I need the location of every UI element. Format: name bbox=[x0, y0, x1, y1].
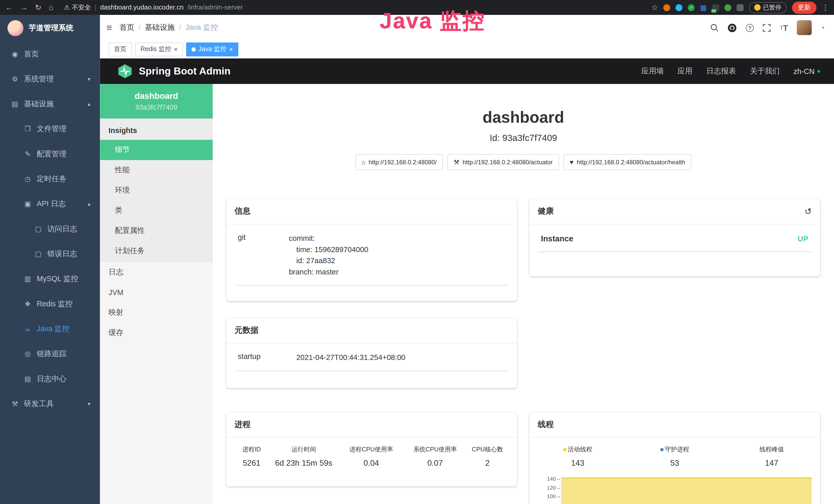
tab-redis-monitor[interactable]: Redis 监控 × bbox=[135, 42, 183, 56]
process-col-cpu-cores: CPU核心数 2 bbox=[466, 445, 509, 467]
forward-icon[interactable]: → bbox=[20, 3, 28, 12]
info-card: 信息 git commit: time: 1596289704000 id: 2… bbox=[226, 199, 517, 301]
sba-item-details[interactable]: 细节 bbox=[100, 140, 213, 160]
sidebar-item-config[interactable]: ✎ 配置管理 bbox=[0, 141, 100, 166]
extension-icon-5[interactable] bbox=[724, 4, 731, 11]
sidebar-item-java-monitor[interactable]: ☕ Java 监控 bbox=[0, 316, 100, 341]
link-label: http://192.168.0.2:48080/actuator/health bbox=[577, 159, 685, 165]
breadcrumb-infra[interactable]: 基础设施 bbox=[145, 23, 175, 32]
bookmark-star-icon[interactable]: ☆ bbox=[651, 3, 658, 12]
close-icon[interactable]: × bbox=[174, 46, 178, 52]
extension-icon-1[interactable] bbox=[663, 4, 671, 11]
sidebar-item-scheduled-jobs[interactable]: ◷ 定时任务 bbox=[0, 166, 100, 191]
sidebar-item-redis-monitor[interactable]: ❖ Redis 监控 bbox=[0, 292, 100, 316]
doc-icon: ▢ bbox=[34, 250, 43, 258]
sba-item-config-props[interactable]: 配置属性 bbox=[100, 221, 213, 241]
sba-nav-applications[interactable]: 应用 bbox=[678, 67, 693, 76]
close-icon[interactable]: × bbox=[229, 46, 233, 52]
app-logo[interactable]: 芋道管理系统 bbox=[0, 15, 100, 42]
heart-icon: ♥ bbox=[570, 158, 574, 166]
sidebar-item-infra[interactable]: ▤ 基础设施 ▴ bbox=[0, 91, 100, 116]
extension-icon-4[interactable]: on bbox=[712, 4, 719, 11]
sidebar-item-home[interactable]: ◉ 首页 bbox=[0, 42, 100, 67]
profile-paused-pill[interactable]: 已暂停 bbox=[749, 2, 787, 13]
process-col-system-cpu: 系统CPU使用率 0.07 bbox=[404, 445, 466, 467]
browser-menu-icon[interactable]: ⋮ bbox=[822, 3, 829, 11]
health-url-link[interactable]: ♥ http://192.168.0.2:48080/actuator/heal… bbox=[563, 154, 692, 170]
threads-legend: ■活动线程 143 ■守护进程 53 线程峰值 147 bbox=[529, 445, 820, 467]
service-url-link[interactable]: ⌂ http://192.168.0.2:48080/ bbox=[355, 154, 443, 170]
insights-section-label: Insights bbox=[100, 119, 213, 140]
sidebar-item-tracing[interactable]: ◎ 链路追踪 bbox=[0, 341, 100, 366]
sba-nav-journal[interactable]: 日志报表 bbox=[706, 67, 736, 76]
sba-body: dashboard 93a3fc7f7409 Insights 细节 性能 环境… bbox=[100, 84, 834, 504]
threads-chart: 140 120 100 bbox=[538, 476, 812, 504]
reload-icon[interactable]: ↻ bbox=[35, 3, 41, 12]
font-size-large: T bbox=[783, 23, 788, 32]
extension-icon-6[interactable] bbox=[737, 4, 743, 11]
extension-icon-3[interactable]: ✓ bbox=[688, 4, 695, 11]
health-card-title: 健康 bbox=[538, 206, 554, 216]
sba-item-mappings[interactable]: 映射 bbox=[100, 302, 213, 323]
status-badge: UP bbox=[797, 234, 808, 243]
chrome-update-button[interactable]: 更新 bbox=[792, 1, 816, 14]
sidebar-item-system[interactable]: ⚙ 系统管理 ▾ bbox=[0, 67, 100, 91]
sidebar-item-mysql-monitor[interactable]: ▥ MySQL 监控 bbox=[0, 266, 100, 291]
sidebar-item-api-log[interactable]: ▣ API 日志 ▴ bbox=[0, 191, 100, 216]
back-icon[interactable]: ← bbox=[5, 3, 13, 12]
home-icon: ⌂ bbox=[361, 158, 366, 166]
browser-home-icon[interactable]: ⌂ bbox=[49, 3, 53, 12]
chevron-down-icon: ▾ bbox=[817, 68, 820, 75]
legend-swatch-blue-icon: ■ bbox=[660, 446, 664, 452]
breadcrumb: 首页 / 基础设施 / Java 监控 bbox=[119, 23, 218, 32]
sba-item-caches[interactable]: 缓存 bbox=[100, 323, 213, 343]
tab-home[interactable]: 首页 bbox=[108, 42, 132, 56]
logo-avatar bbox=[7, 20, 23, 36]
tab-java-monitor[interactable]: Java 监控 × bbox=[186, 42, 238, 56]
history-icon[interactable]: ↺ bbox=[805, 206, 812, 216]
sba-item-logs[interactable]: 日志 bbox=[100, 262, 213, 282]
avatar[interactable] bbox=[797, 20, 812, 35]
sba-language-select[interactable]: zh-CN ▾ bbox=[793, 67, 820, 75]
extension-icon-2[interactable] bbox=[676, 4, 682, 11]
legend-peak-threads: 线程峰值 147 bbox=[723, 445, 820, 467]
sba-item-metrics[interactable]: 性能 bbox=[100, 160, 213, 180]
help-icon[interactable]: ? bbox=[746, 24, 754, 31]
health-instance-row[interactable]: Instance UP bbox=[538, 224, 812, 252]
app-shell: 芋道管理系统 ◉ 首页 ⚙ 系统管理 ▾ ▤ 基础设施 ▴ ❐ 文件管理 ✎ bbox=[0, 15, 834, 504]
sba-item-classes[interactable]: 类 bbox=[100, 201, 213, 221]
extension-grid-icon[interactable]: ▦ bbox=[700, 3, 707, 11]
avatar-caret-icon[interactable]: ▾ bbox=[822, 25, 824, 30]
github-icon[interactable] bbox=[728, 23, 737, 32]
sidebar-item-label: 链路追踪 bbox=[37, 349, 67, 359]
fullscreen-icon[interactable] bbox=[763, 24, 771, 31]
sba-item-jvm[interactable]: JVM bbox=[100, 282, 213, 303]
file-icon: ❐ bbox=[23, 125, 32, 133]
sidebar-item-error-log[interactable]: ▢ 错误日志 bbox=[0, 241, 100, 266]
metadata-key: startup bbox=[238, 352, 297, 363]
sidebar-item-label: 研发工具 bbox=[24, 399, 54, 409]
sba-instance-header[interactable]: dashboard 93a3fc7f7409 bbox=[100, 84, 213, 119]
actuator-url-link[interactable]: ⚒ http://192.168.0.2:48080/actuator bbox=[447, 154, 559, 170]
sidebar-item-files[interactable]: ❐ 文件管理 bbox=[0, 117, 100, 141]
hamburger-icon[interactable]: ≡ bbox=[106, 22, 112, 33]
sidebar-item-dev-tools[interactable]: ⚒ 研发工具 ▾ bbox=[0, 391, 100, 416]
sba-item-scheduled-tasks[interactable]: 计划任务 bbox=[100, 241, 213, 261]
git-commit-time: time: 1596289704000 bbox=[289, 244, 368, 255]
redis-icon: ❖ bbox=[23, 300, 32, 308]
smiley-icon bbox=[754, 4, 760, 11]
breadcrumb-home[interactable]: 首页 bbox=[119, 23, 134, 32]
search-icon[interactable] bbox=[710, 23, 719, 32]
sba-item-environment[interactable]: 环境 bbox=[100, 180, 213, 201]
link-label: http://192.168.0.2:48080/ bbox=[369, 159, 437, 165]
sba-nav-about[interactable]: 关于我们 bbox=[750, 67, 780, 76]
security-warning[interactable]: ⚠ 不安全 bbox=[64, 3, 91, 12]
health-card: 健康 ↺ Instance UP bbox=[529, 199, 820, 276]
address-bar[interactable]: ⚠ 不安全 | dashboard.yudao.iocoder.cn/infra… bbox=[64, 3, 243, 12]
sba-nav: 应用墙 应用 日志报表 关于我们 zh-CN ▾ bbox=[641, 67, 820, 76]
navbar-actions: ? TT ▾ bbox=[710, 20, 825, 35]
sba-nav-wallboard[interactable]: 应用墙 bbox=[641, 67, 664, 76]
font-size-icon[interactable]: TT bbox=[780, 23, 788, 32]
sidebar-item-access-log[interactable]: ▢ 访问日志 bbox=[0, 216, 100, 241]
sidebar-item-log-center[interactable]: ▤ 日志中心 bbox=[0, 366, 100, 391]
